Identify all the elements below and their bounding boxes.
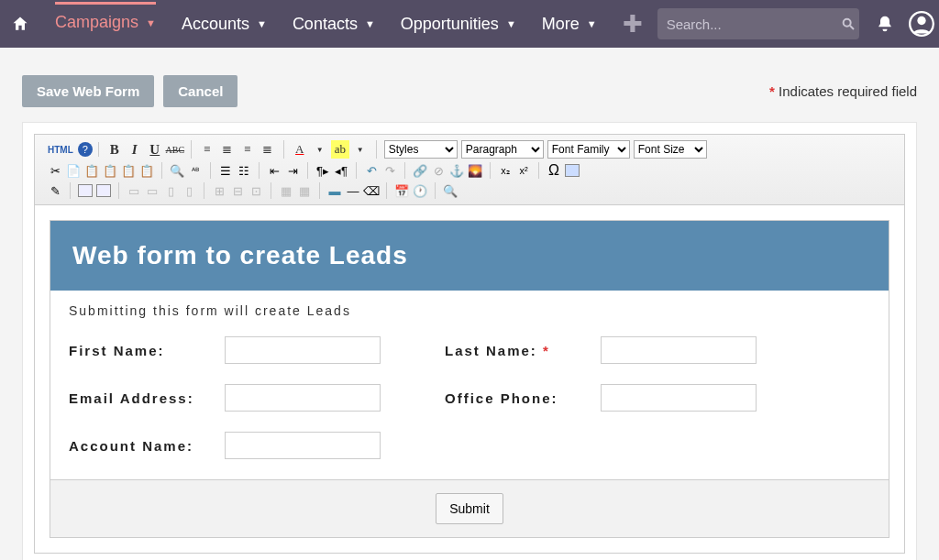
cut-icon[interactable]: ✂ xyxy=(47,162,63,179)
caret-down-icon[interactable]: ▼ xyxy=(311,140,329,159)
submit-button[interactable]: Submit xyxy=(436,493,503,524)
unlink-icon[interactable]: ⊘ xyxy=(430,162,447,179)
svg-line-1 xyxy=(850,26,854,29)
special-char-icon[interactable]: Ω xyxy=(546,162,562,179)
nav-accounts[interactable]: Accounts ▼ xyxy=(182,4,267,45)
image-icon[interactable]: 🌄 xyxy=(467,162,483,179)
align-right-button[interactable]: ≡ xyxy=(238,140,257,159)
svg-point-0 xyxy=(843,19,850,27)
caret-down-icon[interactable]: ▼ xyxy=(351,140,370,159)
editor-panel: HTML ? B I U ABC ≡ ≣ ≡ ≣ A ▼ xyxy=(22,122,917,560)
phone-input[interactable] xyxy=(601,384,757,412)
row-before-icon[interactable]: ▭ xyxy=(126,182,142,199)
nav-campaigns[interactable]: Campaigns ▼ xyxy=(55,2,156,43)
row-after-icon[interactable]: ▭ xyxy=(144,182,160,199)
align-left-button[interactable]: ≡ xyxy=(198,140,216,159)
help-icon[interactable]: ? xyxy=(78,142,93,157)
nav-label: Accounts xyxy=(182,15,249,34)
nav-more[interactable]: More ▼ xyxy=(542,4,597,45)
layer-icon[interactable] xyxy=(77,182,94,199)
split-icon[interactable]: ⊟ xyxy=(229,182,246,199)
svg-point-3 xyxy=(917,16,925,25)
styles-select[interactable]: Styles xyxy=(384,140,458,159)
nav-contacts[interactable]: Contacts ▼ xyxy=(293,4,375,45)
notifications-icon[interactable] xyxy=(876,15,894,33)
time-icon[interactable]: 🕐 xyxy=(412,182,428,199)
paste-word-icon[interactable]: 📋 xyxy=(120,162,137,179)
nav-opportunities[interactable]: Opportunities ▼ xyxy=(401,4,516,45)
search-input[interactable] xyxy=(667,16,841,32)
indent-icon[interactable]: ⇥ xyxy=(284,162,301,179)
preview-icon[interactable]: 🔍 xyxy=(442,182,458,199)
form-title: Web form to create Leads xyxy=(50,221,889,291)
merge-icon[interactable]: ⊞ xyxy=(211,182,227,199)
required-star-icon: * xyxy=(769,83,775,99)
editor-toolbar: HTML ? B I U ABC ≡ ≣ ≡ ≣ A ▼ xyxy=(35,135,904,205)
outdent-icon[interactable]: ⇤ xyxy=(266,162,282,179)
editor-body[interactable]: Web form to create Leads Submitting this… xyxy=(35,205,904,553)
find-icon[interactable]: 🔍 xyxy=(169,162,185,179)
highlight-button[interactable]: ab xyxy=(331,140,349,159)
edit-icon[interactable]: ✎ xyxy=(47,182,63,199)
add-icon[interactable]: ✚ xyxy=(623,12,643,36)
fontfamily-select[interactable]: Font Family xyxy=(547,140,630,159)
text-color-button[interactable]: A xyxy=(291,140,309,159)
first-name-input[interactable] xyxy=(225,336,381,364)
copy-icon[interactable]: 📄 xyxy=(65,162,82,179)
link-icon[interactable]: 🔗 xyxy=(412,162,428,179)
table-props-icon[interactable]: ▦ xyxy=(278,182,294,199)
html-source-button[interactable]: HTML xyxy=(46,145,75,155)
caret-down-icon: ▼ xyxy=(365,18,375,29)
date-icon[interactable]: 📅 xyxy=(393,182,410,199)
required-star-icon: * xyxy=(543,343,550,358)
search-icon[interactable] xyxy=(841,16,856,31)
cancel-button[interactable]: Cancel xyxy=(163,75,238,107)
underline-button[interactable]: U xyxy=(146,140,164,159)
hr-icon[interactable]: ▬ xyxy=(326,182,343,199)
line-icon[interactable]: — xyxy=(345,182,361,199)
page-actions: Save Web Form Cancel * Indicates require… xyxy=(0,48,939,107)
nav-label: More xyxy=(542,15,580,34)
superscript-icon[interactable]: x² xyxy=(515,162,532,179)
form-grid: First Name: Last Name: * Email Address: … xyxy=(50,324,889,479)
search-box[interactable] xyxy=(657,8,859,39)
layer2-icon[interactable] xyxy=(95,182,112,199)
subscript-icon[interactable]: x₂ xyxy=(497,162,514,179)
fontsize-select[interactable]: Font Size xyxy=(634,140,707,159)
account-label: Account Name: xyxy=(69,438,225,454)
strikethrough-button[interactable]: ABC xyxy=(166,140,184,159)
user-profile-icon[interactable] xyxy=(909,11,934,37)
table-del-icon[interactable]: ▦ xyxy=(296,182,313,199)
align-justify-button[interactable]: ≣ xyxy=(259,140,277,159)
col-after-icon[interactable]: ▯ xyxy=(181,182,197,199)
bold-button[interactable]: B xyxy=(105,140,124,159)
ltr-icon[interactable]: ¶▸ xyxy=(315,162,331,179)
editor-frame: HTML ? B I U ABC ≡ ≣ ≡ ≣ A ▼ xyxy=(34,134,905,554)
rtl-icon[interactable]: ◂¶ xyxy=(333,162,349,179)
paragraph-select[interactable]: Paragraph xyxy=(461,140,544,159)
replace-icon[interactable]: ᴬᴮ xyxy=(187,162,204,179)
email-input[interactable] xyxy=(225,384,381,412)
paste-text-icon[interactable]: 📋 xyxy=(102,162,118,179)
undo-icon[interactable]: ↶ xyxy=(363,162,380,179)
form-description: Submitting this form will create Leads xyxy=(50,291,889,324)
account-input[interactable] xyxy=(225,432,381,459)
paste-icon[interactable]: 📋 xyxy=(83,162,100,179)
redo-icon[interactable]: ↷ xyxy=(381,162,398,179)
bullet-list-icon[interactable]: ☰ xyxy=(217,162,234,179)
remove-format-icon[interactable]: ⌫ xyxy=(363,182,380,199)
email-label: Email Address: xyxy=(69,390,225,406)
italic-button[interactable]: I xyxy=(126,140,144,159)
anchor-icon[interactable]: ⚓ xyxy=(448,162,465,179)
table-icon[interactable] xyxy=(564,162,580,179)
number-list-icon[interactable]: ☷ xyxy=(236,162,252,179)
home-icon[interactable] xyxy=(11,11,29,37)
caret-down-icon: ▼ xyxy=(146,17,156,28)
paste-plain-icon[interactable]: 📋 xyxy=(138,162,155,179)
phone-label: Office Phone: xyxy=(445,390,601,406)
split2-icon[interactable]: ⊡ xyxy=(248,182,264,199)
col-before-icon[interactable]: ▯ xyxy=(162,182,179,199)
last-name-input[interactable] xyxy=(601,336,757,364)
align-center-button[interactable]: ≣ xyxy=(218,140,237,159)
save-button[interactable]: Save Web Form xyxy=(22,75,154,107)
